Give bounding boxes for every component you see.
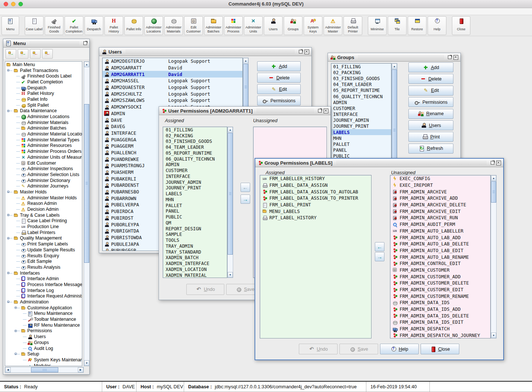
assigned-item[interactable]: XADMIN_INTERFACE <box>163 261 227 267</box>
close-icon[interactable] <box>304 49 309 54</box>
unassigned-item[interactable]: FRM_ADMIN_AUDIT_PERM <box>390 221 490 228</box>
toolbar-button[interactable]: Pallet History <box>104 16 123 35</box>
tree-node[interactable]: Interface Log <box>5 288 82 293</box>
unassigned-item[interactable]: FRM_ADMIN_DATA_IDS_DELETE <box>390 312 490 319</box>
tree-node[interactable]: Label Printers <box>5 230 82 235</box>
unassigned-item[interactable]: FRM_ADMIN_DATA_IDS <box>390 299 490 306</box>
tree-handle-icon[interactable] <box>7 272 10 274</box>
assigned-item[interactable]: XADMIN_BATCH <box>163 255 227 261</box>
assigned-item[interactable]: 02_PACKING <box>163 133 227 139</box>
group-permissions-titlebar[interactable]: Group Permissions [LABELS] <box>255 159 503 167</box>
assigned-item[interactable]: FRM_LABEL_DATA_ASSIGN_TO_AUTOLAB <box>260 188 371 195</box>
users-action-button[interactable]: Edit <box>257 84 301 94</box>
assigned-item[interactable]: JOURNEY_ADMIN <box>163 179 227 185</box>
menu-panel-titlebar[interactable]: Menu <box>3 39 89 48</box>
unassigned-item[interactable]: FRM_ADMIN_ARCHIVE_RUN <box>390 214 490 221</box>
unassigned-item[interactable]: FRM_ADMIN_DATA_IDS_ADD <box>390 306 490 313</box>
assigned-item[interactable]: 05_REPORT_RUNTIME <box>163 150 227 156</box>
assigned-item[interactable]: MENU_LABELS <box>260 208 371 214</box>
tree-handle-icon[interactable] <box>14 330 17 332</box>
tree-node[interactable]: Results Enquiry <box>5 253 82 259</box>
tree-node[interactable]: Setup <box>5 351 82 357</box>
unassigned-item[interactable]: EXEC_CONFIG <box>390 175 490 182</box>
restore-icon[interactable] <box>299 50 303 54</box>
user-row[interactable]: ADM2GARRATT David <box>103 65 242 71</box>
tree-node[interactable]: Data Maintenance <box>5 108 82 114</box>
collapse-all-button[interactable] <box>42 49 53 59</box>
assigned-item[interactable]: MHN <box>163 197 227 203</box>
unassigned-item[interactable]: FRM_ADMIN_AUTO_LAB_EDIT <box>390 247 490 254</box>
group-row[interactable]: JOURNEY_ADMIN <box>331 117 391 123</box>
groups-action-button[interactable]: Rename <box>408 109 453 119</box>
unassigned-item[interactable]: FRM_ADMIN_CUSTOMER_ADD <box>390 273 490 280</box>
assigned-item[interactable]: 03_FINISHED_GOODS <box>163 139 227 145</box>
tree-node[interactable]: Administer Process Orders <box>5 148 82 154</box>
assigned-item[interactable]: XADMIN_MATERIAL <box>163 272 227 278</box>
tree-node[interactable]: Interface Request Administration <box>5 293 82 299</box>
toolbar-button[interactable]: Menu <box>1 16 19 35</box>
assigned-item[interactable]: PANEL <box>163 209 227 214</box>
tree-handle-icon[interactable] <box>7 300 10 303</box>
move-to-assigned-button[interactable] <box>375 242 384 251</box>
zoom-window-icon[interactable] <box>18 2 23 6</box>
tree-handle-icon[interactable] <box>14 353 17 355</box>
restore-icon[interactable] <box>448 55 452 59</box>
user-permissions-titlebar[interactable]: User Permissions [ADM2GARRATT1] <box>159 107 331 115</box>
close-window-icon[interactable] <box>4 2 8 6</box>
group-row[interactable]: PANEL <box>331 147 391 153</box>
tree-node[interactable]: Administer Batches <box>5 125 82 131</box>
tree-node[interactable]: Main Menu <box>5 62 82 68</box>
unassigned-item[interactable]: FRM_ADMIN_ARCHIVE <box>390 188 490 195</box>
tree-node[interactable]: Production Line <box>5 224 82 230</box>
toolbar-button[interactable]: Minimise <box>368 16 387 35</box>
unassigned-item[interactable]: EXEC_IREPORT <box>390 182 490 189</box>
group-row[interactable]: 01_FILLING <box>331 63 391 69</box>
group-row[interactable]: LABELS <box>331 129 391 135</box>
assigned-item[interactable]: TRAY_ADMIN <box>163 243 227 249</box>
close-icon[interactable] <box>324 109 328 113</box>
tree-node[interactable]: Toolbar Maintenance <box>5 316 82 322</box>
unassigned-item[interactable]: FRM_ADMIN_ARCHIVE_EDIT <box>390 208 490 214</box>
unassigned-scrollbar[interactable]: ▲ ▼ <box>491 175 497 338</box>
assigned-item[interactable]: 06_QUALITY_TECHNCN <box>163 156 227 162</box>
assigned-item[interactable]: JOURNEY_PRINT <box>163 185 227 191</box>
toolbar-button[interactable]: Administer Process <box>224 16 243 35</box>
user-row[interactable]: ADM2QUAESTER Logopak Support <box>103 84 242 91</box>
unassigned-item[interactable]: FRM_ADMIN_DATA_IDS_EDIT <box>390 319 490 326</box>
assigned-item[interactable]: ADMIN <box>163 162 227 168</box>
collapse-node-button[interactable] <box>30 49 41 59</box>
dialog-button[interactable]: Undo <box>186 284 224 295</box>
dialog-button[interactable]: Save <box>339 344 378 354</box>
expand-all-button[interactable] <box>6 49 16 59</box>
restore-icon[interactable] <box>491 161 494 165</box>
tree-node[interactable]: Administer Material Locations <box>5 131 82 137</box>
tree-node[interactable]: Groups <box>5 340 82 345</box>
user-row[interactable]: ADM2DEGTERJO Logopak Support <box>103 58 242 65</box>
toolbar-button[interactable]: System Keys <box>304 16 322 35</box>
tree-handle-icon[interactable] <box>7 190 10 193</box>
toolbar-button[interactable]: Administer Master <box>324 16 342 35</box>
assigned-item[interactable]: RPT_LABEL_HISTORY <box>260 214 371 221</box>
users-action-button[interactable]: Permissions <box>257 96 301 106</box>
groups-action-button[interactable]: Edit <box>408 86 453 96</box>
tree-node[interactable]: Interface Admin <box>5 276 82 282</box>
assigned-item[interactable]: TRAY_STANDARD <box>163 249 227 255</box>
groups-action-button[interactable]: Add <box>408 62 453 72</box>
user-row[interactable]: ADM2HASSEL Logopak Support <box>103 78 242 84</box>
unassigned-item[interactable]: FRM_ADMIN_CUSTOMER_RENAME <box>390 293 490 299</box>
tree-node[interactable]: Administer Material Types <box>5 137 82 143</box>
groups-action-button[interactable]: Permissions <box>408 97 453 107</box>
group-row[interactable]: 05_REPORT_RUNTIME <box>331 87 391 93</box>
tree-node[interactable]: Administer Units of Measure <box>5 154 82 160</box>
group-row[interactable]: JOURNEY_PRINT <box>331 123 391 129</box>
groups-action-button[interactable]: Delete <box>408 74 453 84</box>
tree-node[interactable]: Reason Admin <box>5 201 82 207</box>
user-row[interactable]: ADM2GARRATT1 David <box>103 71 242 78</box>
tree-node[interactable]: Despatch <box>5 85 82 91</box>
users-action-button[interactable]: Delete <box>257 73 301 83</box>
users-action-button[interactable]: Add <box>257 61 301 71</box>
tree-node[interactable]: Administer Inspections <box>5 166 82 172</box>
tree-handle-icon[interactable] <box>7 237 10 240</box>
group-row[interactable]: 04_TEAM_LEADER <box>331 82 391 87</box>
assigned-item[interactable]: FRM_LABEL_DATA_ASSIGN <box>260 182 371 189</box>
